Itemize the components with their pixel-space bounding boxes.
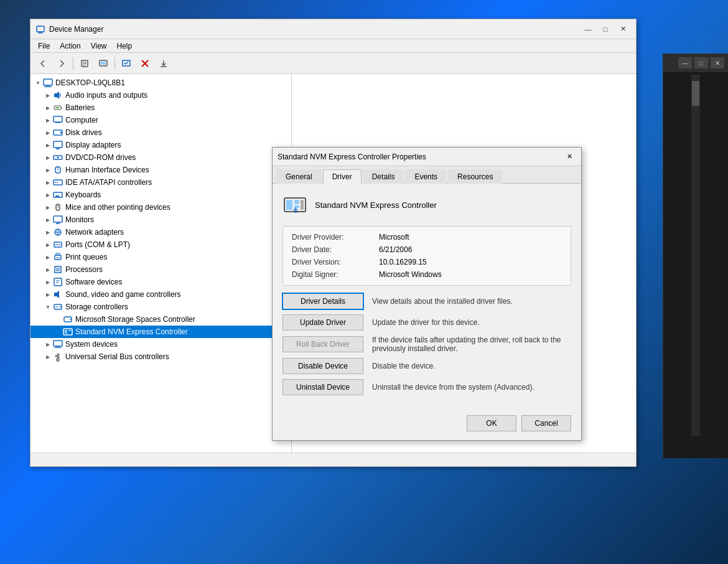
tree-item-usb[interactable]: ▶ Universal Serial Bus controllers	[30, 350, 291, 363]
update-driver-btn[interactable]: Update Driver	[282, 314, 363, 331]
date-value: 6/21/2006	[379, 245, 412, 254]
hid-label: Human Interface Devices	[65, 166, 149, 174]
svg-rect-55	[54, 278, 62, 286]
dialog-close-btn[interactable]: ✕	[562, 151, 576, 163]
tree-item-keyboards[interactable]: ▶ Keyboards	[30, 189, 291, 201]
dialog-title-text: Standard NVM Express Controller Properti…	[278, 153, 562, 161]
root-toggle[interactable]: ▼	[33, 78, 43, 88]
audio-toggle[interactable]: ▶	[43, 90, 53, 100]
software-toggle[interactable]: ▶	[43, 277, 53, 287]
roll-back-desc: If the device fails after updating the d…	[372, 336, 571, 353]
dialog-content: Standard NVM Express Controller Driver P…	[273, 184, 581, 409]
tab-details[interactable]: Details	[363, 169, 404, 184]
tree-item-nvm[interactable]: ▶ Standard NVM Express Controller	[30, 326, 291, 338]
usb-toggle[interactable]: ▶	[43, 352, 53, 362]
date-label: Driver Date:	[292, 245, 379, 254]
menu-file[interactable]: File	[33, 40, 55, 52]
tree-item-processors[interactable]: ▶ Processors	[30, 263, 291, 276]
maximize-btn[interactable]: □	[597, 23, 614, 35]
menu-view[interactable]: View	[86, 40, 112, 52]
tree-item-network[interactable]: ▶ Network adapters	[30, 226, 291, 238]
tree-item-computer[interactable]: ▶ Computer	[30, 114, 291, 126]
tab-resources[interactable]: Resources	[448, 169, 502, 184]
disable-device-btn[interactable]: Disable Device	[282, 358, 363, 374]
tree-item-ide[interactable]: ▶ IDE ATA/ATAPI controllers	[30, 176, 291, 189]
tree-item-mice[interactable]: ▶ Mice and other pointing devices	[30, 201, 291, 214]
monitors-toggle[interactable]: ▶	[43, 215, 53, 225]
remove-btn[interactable]	[136, 55, 154, 72]
svg-point-63	[70, 319, 71, 320]
tree-item-disk[interactable]: ▶ Disk drives	[30, 126, 291, 139]
status-bar	[30, 453, 636, 466]
uninstall-device-btn[interactable]: Uninstall Device	[282, 379, 363, 395]
forward-btn[interactable]	[53, 55, 70, 72]
audio-icon	[53, 90, 63, 100]
back-btn[interactable]	[34, 55, 52, 72]
digital-signer-row: Digital Signer: Microsoft Windows	[292, 270, 562, 279]
system-toggle[interactable]: ▶	[43, 339, 53, 349]
network-toggle[interactable]: ▶	[43, 227, 53, 237]
driver-provider-row: Driver Provider: Microsoft	[292, 233, 562, 242]
roll-back-btn[interactable]: Roll Back Driver	[282, 336, 363, 352]
tree-item-software[interactable]: ▶ Software devices	[30, 276, 291, 288]
processors-toggle[interactable]: ▶	[43, 265, 53, 275]
root-label: DESKTOP-L9QL8B1	[55, 78, 125, 87]
tree-item-print[interactable]: ▶ Print queues	[30, 251, 291, 263]
mice-toggle[interactable]: ▶	[43, 202, 53, 212]
tree-item-ports[interactable]: ▶ Ports (COM & LPT)	[30, 238, 291, 251]
sound-toggle[interactable]: ▶	[43, 289, 53, 299]
driver-details-btn[interactable]: Driver Details	[282, 293, 363, 309]
secondary-minimize-btn[interactable]: —	[678, 57, 692, 68]
tab-events[interactable]: Events	[405, 169, 447, 184]
tree-item-ms-storage[interactable]: ▶ Microsoft Storage Spaces Controller	[30, 313, 291, 326]
scan-changes-btn[interactable]	[118, 55, 135, 72]
uninstall-device-desc: Uninstall the device from the system (Ad…	[372, 383, 571, 392]
ok-btn[interactable]: OK	[467, 415, 516, 431]
download-btn[interactable]	[155, 55, 172, 72]
display-icon	[53, 140, 63, 150]
tree-item-system[interactable]: ▶ System devices	[30, 338, 291, 350]
cancel-btn[interactable]: Cancel	[521, 415, 571, 431]
secondary-close-btn[interactable]: ✕	[711, 57, 724, 68]
tree-item-audio[interactable]: ▶ Audio inputs and outputs	[30, 89, 291, 101]
ide-toggle[interactable]: ▶	[43, 177, 53, 187]
tree-item-batteries[interactable]: ▶ Batteries	[30, 101, 291, 114]
tree-item-storage[interactable]: ▼ Storage controllers	[30, 301, 291, 313]
disk-label: Disk drives	[65, 128, 102, 137]
batteries-toggle[interactable]: ▶	[43, 103, 53, 113]
disk-toggle[interactable]: ▶	[43, 128, 53, 138]
svg-rect-68	[55, 346, 60, 347]
ports-toggle[interactable]: ▶	[43, 240, 53, 250]
keyboards-toggle[interactable]: ▶	[43, 190, 53, 200]
storage-toggle[interactable]: ▼	[43, 302, 53, 312]
computer-toggle[interactable]: ▶	[43, 115, 53, 125]
tree-root[interactable]: ▼ DESKTOP-L9QL8B1	[30, 77, 291, 89]
tree-item-display[interactable]: ▶ Display adapters	[30, 139, 291, 151]
toolbar-sep-2	[114, 57, 115, 70]
print-toggle[interactable]: ▶	[43, 252, 53, 262]
display-toggle[interactable]: ▶	[43, 140, 53, 150]
tree-item-monitors[interactable]: ▶ Monitors	[30, 214, 291, 226]
svg-rect-19	[55, 107, 59, 108]
signer-label: Digital Signer:	[292, 270, 379, 279]
tab-driver[interactable]: Driver	[323, 169, 362, 184]
svg-point-60	[60, 306, 61, 308]
close-btn[interactable]: ✕	[615, 23, 631, 35]
secondary-maximize-btn[interactable]: □	[694, 57, 708, 68]
tree-panel[interactable]: ▼ DESKTOP-L9QL8B1 ▶ Audio inputs and out…	[30, 74, 292, 453]
svg-rect-0	[37, 26, 44, 32]
main-window: Device Manager — □ ✕ File Action View He…	[30, 19, 637, 467]
tree-item-hid[interactable]: ▶ Human Interface Devices	[30, 164, 291, 176]
update-btn[interactable]	[95, 55, 112, 72]
tree-item-sound[interactable]: ▶ Sound, video and game controllers	[30, 288, 291, 301]
hid-toggle[interactable]: ▶	[43, 165, 53, 175]
properties-btn[interactable]	[76, 55, 93, 72]
menu-action[interactable]: Action	[55, 40, 85, 52]
svg-rect-51	[56, 253, 60, 255]
dvd-toggle[interactable]: ▶	[43, 153, 53, 162]
tree-item-dvd[interactable]: ▶ DVD/CD-ROM drives	[30, 151, 291, 164]
scrollbar-thumb[interactable]	[692, 81, 699, 106]
minimize-btn[interactable]: —	[580, 23, 596, 35]
tab-general[interactable]: General	[276, 169, 322, 184]
menu-help[interactable]: Help	[112, 40, 138, 52]
